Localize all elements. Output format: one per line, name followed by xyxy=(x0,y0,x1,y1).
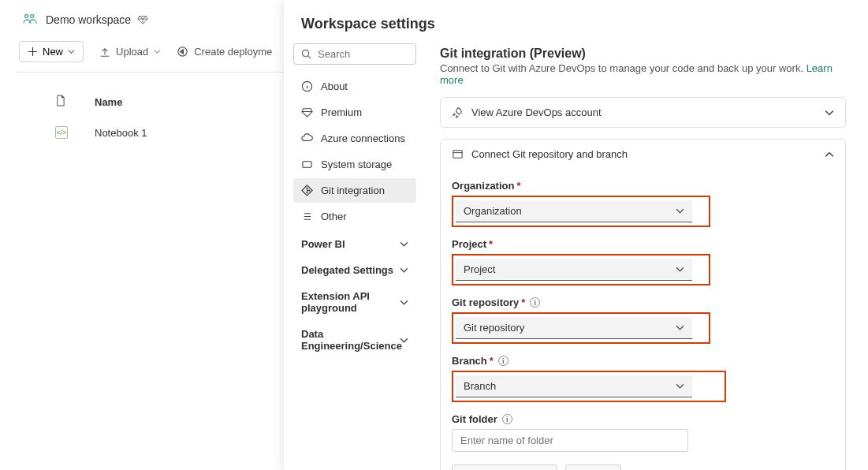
section-delegated-settings[interactable]: Delegated Settings xyxy=(293,256,416,281)
svg-point-0 xyxy=(25,15,28,18)
nav-premium-label: Premium xyxy=(321,106,362,118)
info-icon[interactable]: i xyxy=(502,414,512,424)
chevron-down-icon xyxy=(676,382,684,390)
file-icon xyxy=(55,95,65,106)
branch-label: Branch * i xyxy=(452,355,834,367)
git-folder-label: Git folder i xyxy=(452,413,834,425)
upload-icon xyxy=(99,47,110,58)
new-button-label: New xyxy=(43,46,63,58)
content-subtitle: Connect to Git with Azure DevOps to mana… xyxy=(440,62,846,97)
card-view-devops-header[interactable]: View Azure DevOps account xyxy=(441,98,845,127)
nav-system-storage[interactable]: System storage xyxy=(293,152,416,177)
chevron-down-icon xyxy=(676,265,684,274)
plus-icon xyxy=(28,47,38,57)
file-type-column xyxy=(55,95,68,109)
nav-git-label: Git integration xyxy=(321,185,385,196)
panel-title: Workspace settings xyxy=(284,0,868,40)
list-icon xyxy=(301,211,313,222)
info-icon[interactable]: i xyxy=(498,356,509,366)
chevron-down-icon xyxy=(400,298,408,307)
nav-git-integration[interactable]: Git integration xyxy=(293,178,416,203)
svg-rect-9 xyxy=(453,151,462,158)
deployment-icon xyxy=(177,46,188,58)
chevron-down-icon xyxy=(676,323,684,332)
chevron-up-icon xyxy=(825,150,834,159)
list-item-name: Notebook 1 xyxy=(95,127,147,139)
project-label: Project * xyxy=(452,238,834,250)
deploy-label: Create deployme xyxy=(194,46,272,58)
new-button[interactable]: New xyxy=(19,41,84,62)
premium-diamond-icon xyxy=(137,14,148,25)
nav-about[interactable]: About xyxy=(293,74,416,99)
cancel-button[interactable]: Cancel xyxy=(565,464,620,470)
upload-button[interactable]: Upload xyxy=(99,46,161,58)
settings-search[interactable] xyxy=(293,43,416,65)
git-icon xyxy=(301,185,313,196)
chevron-down-icon xyxy=(68,48,75,55)
section-extension-api[interactable]: Extension API playground xyxy=(293,282,416,319)
workspace-settings-panel: Workspace settings About Premium Azure c… xyxy=(284,0,868,470)
workspace-icon xyxy=(22,13,39,27)
nav-about-label: About xyxy=(321,80,348,92)
section-power-bi[interactable]: Power BI xyxy=(293,230,416,255)
create-deployment-button[interactable]: Create deployme xyxy=(177,46,272,58)
rocket-icon xyxy=(452,106,464,118)
nav-azure-connections[interactable]: Azure connections xyxy=(293,126,416,151)
nav-storage-label: System storage xyxy=(321,159,392,170)
name-column-header[interactable]: Name xyxy=(95,96,122,108)
organization-select[interactable]: Organization xyxy=(456,200,692,222)
diamond-icon xyxy=(301,106,313,118)
settings-content: Git integration (Preview) Connect to Git… xyxy=(424,40,868,470)
chevron-down-icon xyxy=(400,240,408,248)
card1-title: View Azure DevOps account xyxy=(471,106,602,118)
card2-title: Connect Git repository and branch xyxy=(471,148,628,160)
section-data-eng-science[interactable]: Data Engineering/Science xyxy=(293,320,416,356)
organization-label: Organization * xyxy=(452,180,834,192)
card-connect-git: Connect Git repository and branch Organi… xyxy=(440,139,846,470)
svg-point-7 xyxy=(306,192,307,193)
upload-label: Upload xyxy=(116,46,148,58)
info-icon xyxy=(301,80,313,92)
svg-point-3 xyxy=(302,50,308,56)
git-repository-label: Git repository * i xyxy=(452,297,834,308)
notebook-icon: </> xyxy=(55,126,68,139)
workspace-name: Demo workspace xyxy=(46,13,131,26)
chevron-down-icon xyxy=(154,48,161,55)
nav-premium[interactable]: Premium xyxy=(293,100,416,125)
card-connect-git-header[interactable]: Connect Git repository and branch xyxy=(441,140,845,169)
repo-icon xyxy=(452,148,464,160)
storage-icon xyxy=(301,159,313,170)
project-select[interactable]: Project xyxy=(456,259,692,281)
nav-other-label: Other xyxy=(321,211,347,222)
card-connect-git-body: Organization * Organization Project * xyxy=(441,169,845,470)
svg-rect-5 xyxy=(303,162,311,168)
cloud-icon xyxy=(301,132,313,144)
search-icon xyxy=(301,49,311,59)
nav-other[interactable]: Other xyxy=(293,204,416,229)
card-view-devops-account: View Azure DevOps account xyxy=(440,97,846,128)
svg-point-6 xyxy=(306,188,307,189)
info-icon[interactable]: i xyxy=(530,297,540,308)
chevron-down-icon xyxy=(400,266,408,274)
chevron-down-icon xyxy=(825,108,834,118)
git-repository-select[interactable]: Git repository xyxy=(456,317,692,339)
content-title: Git integration (Preview) xyxy=(440,40,846,62)
branch-select[interactable]: Branch xyxy=(456,375,692,397)
chevron-down-icon xyxy=(400,336,408,345)
nav-azure-label: Azure connections xyxy=(321,132,405,144)
svg-point-1 xyxy=(31,15,34,18)
chevron-down-icon xyxy=(676,207,684,215)
connect-and-sync-button[interactable]: Connect and sync xyxy=(452,464,557,470)
git-folder-input[interactable] xyxy=(452,429,688,452)
settings-nav: About Premium Azure connections System s… xyxy=(284,40,424,470)
